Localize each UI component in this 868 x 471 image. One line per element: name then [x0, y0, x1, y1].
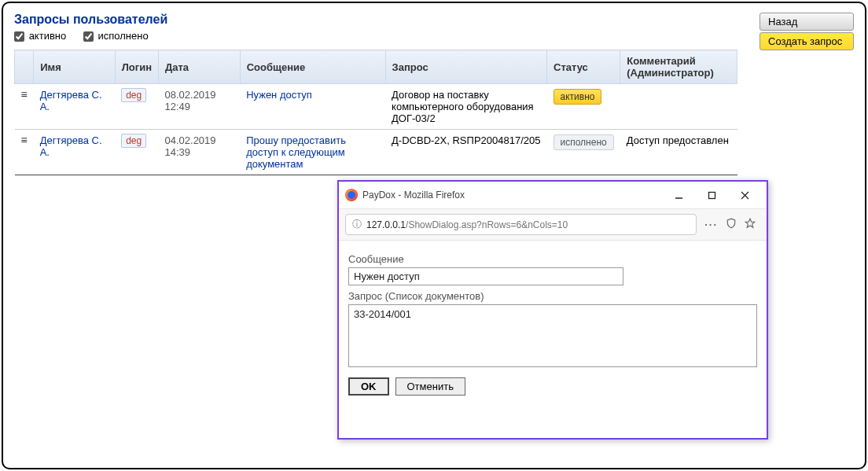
- filter-done-checkbox[interactable]: [83, 31, 94, 42]
- row-status-badge: исполнено: [554, 134, 614, 150]
- url-input[interactable]: ⓘ 127.0.0.1/ShowDialog.asp?nRows=6&nCols…: [345, 214, 697, 235]
- url-host: 127.0.0.1: [366, 219, 406, 230]
- row-name[interactable]: Дегтярева С. А.: [40, 89, 102, 112]
- table-header-name[interactable]: Имя: [34, 50, 116, 84]
- row-menu-icon[interactable]: ≡: [21, 88, 28, 101]
- table-row: ≡Дегтярева С. А.deg04.02.2019 14:39Прошу…: [15, 130, 737, 175]
- row-menu-icon[interactable]: ≡: [21, 134, 28, 146]
- window-close-button[interactable]: [729, 186, 760, 204]
- url-bar: ⓘ 127.0.0.1/ShowDialog.asp?nRows=6&nCols…: [339, 209, 767, 241]
- request-textarea[interactable]: [348, 304, 757, 367]
- table-header-request[interactable]: Запрос: [385, 50, 546, 84]
- filters: активно исполнено: [14, 30, 854, 42]
- table-header-comment[interactable]: Комментарий (Администратор): [620, 50, 737, 84]
- table-row: ≡Дегтярева С. А.deg08.02.2019 12:49Нужен…: [15, 84, 737, 130]
- svg-rect-1: [708, 192, 715, 198]
- row-comment: Доступ предоставлен: [627, 134, 729, 146]
- filter-done[interactable]: исполнено: [83, 30, 149, 42]
- ok-button[interactable]: OK: [348, 377, 389, 396]
- row-date: 04.02.2019 14:39: [165, 134, 216, 158]
- filter-active-label: активно: [29, 30, 67, 42]
- url-path: /ShowDialog.asp?nRows=6&nCols=10: [406, 219, 568, 230]
- table-header-message[interactable]: Сообщение: [240, 50, 385, 84]
- table-header-icon: [15, 50, 34, 84]
- back-button[interactable]: Назад: [760, 13, 854, 31]
- page-title: Запросы пользователей: [14, 13, 854, 27]
- firefox-icon: [345, 189, 358, 201]
- requests-table: Имя Логин Дата Сообщение Запрос Статус К…: [14, 50, 737, 175]
- svg-marker-4: [745, 219, 755, 227]
- message-input[interactable]: [348, 267, 623, 285]
- filter-active[interactable]: активно: [14, 30, 69, 42]
- more-icon[interactable]: ···: [704, 219, 718, 230]
- window-maximize-button[interactable]: [696, 186, 727, 204]
- filter-active-checkbox[interactable]: [14, 31, 24, 42]
- row-message[interactable]: Прошу предоставить доступ к следующим до…: [246, 134, 346, 170]
- row-login-badge[interactable]: deg: [121, 88, 146, 102]
- table-header-date[interactable]: Дата: [159, 50, 241, 84]
- window-minimize-button[interactable]: [663, 186, 694, 204]
- row-login-badge[interactable]: deg: [121, 134, 146, 148]
- table-header-status[interactable]: Статус: [547, 50, 620, 84]
- create-request-dialog: PayDox - Mozilla Firefox ⓘ 127.0.0.1/Sho…: [337, 180, 768, 440]
- dialog-window-title: PayDox - Mozilla Firefox: [362, 190, 465, 201]
- bookmark-star-icon[interactable]: [745, 218, 756, 231]
- table-header-login[interactable]: Логин: [115, 50, 158, 84]
- row-request: Д-DCBD-2X, RSПР2004817/205: [392, 134, 540, 146]
- shield-icon[interactable]: [726, 218, 737, 231]
- row-request: Договор на поставку компьютерного оборуд…: [392, 89, 534, 124]
- dialog-titlebar[interactable]: PayDox - Mozilla Firefox: [339, 182, 767, 209]
- row-name[interactable]: Дегтярева С. А.: [40, 134, 102, 158]
- row-status-badge: активно: [554, 89, 602, 105]
- cancel-button[interactable]: Отменить: [395, 377, 465, 396]
- filter-done-label: исполнено: [97, 30, 148, 42]
- row-date: 08.02.2019 12:49: [165, 89, 216, 112]
- request-field-label: Запрос (Список документов): [348, 290, 757, 302]
- app-frame: Назад Создать запрос Запросы пользовател…: [2, 2, 866, 469]
- info-icon[interactable]: ⓘ: [352, 218, 362, 231]
- row-message[interactable]: Нужен доступ: [246, 89, 312, 101]
- create-request-button[interactable]: Создать запрос: [760, 32, 854, 50]
- message-field-label: Сообщение: [348, 253, 757, 265]
